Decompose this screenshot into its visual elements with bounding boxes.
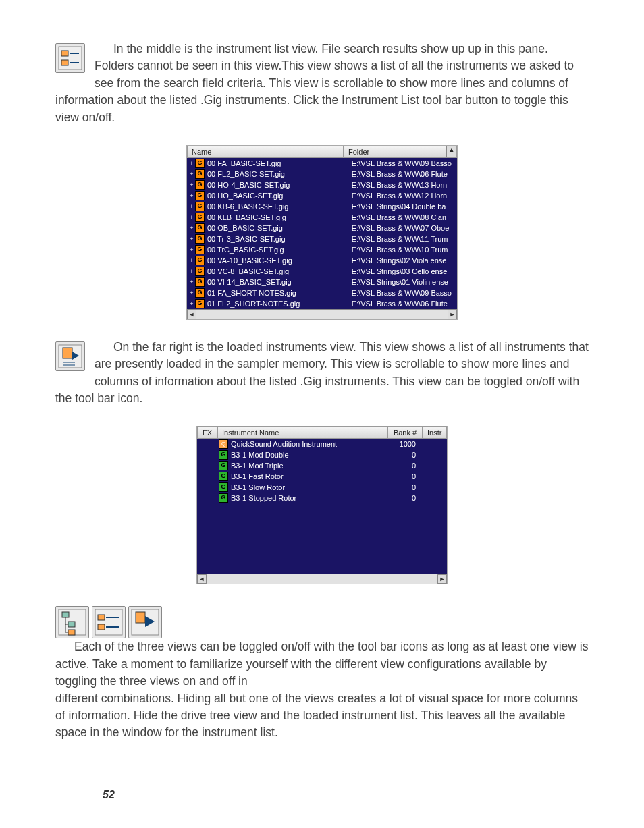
table-row[interactable]: +G01 FL2_SHORT-NOTES.gigE:\VSL Brass & W… (187, 298, 457, 309)
expand-icon[interactable]: + (188, 300, 195, 307)
instrument-icon: G (219, 461, 228, 470)
expand-icon[interactable]: + (188, 268, 195, 275)
file-folder: E:\VSL Brass & WW\06 Flute (352, 300, 456, 308)
column-header-bank[interactable]: Bank # (387, 426, 423, 439)
svg-rect-13 (95, 609, 122, 635)
file-folder: E:\VSL Brass & WW\11 Trum (352, 235, 456, 243)
file-name: 00 FA_BASIC-SET.gig (207, 159, 352, 167)
table-row[interactable]: +G00 TrC_BASIC-SET.gigE:\VSL Brass & WW\… (187, 244, 457, 255)
file-folder: E:\VSL Brass & WW\13 Horn (352, 181, 456, 189)
svg-rect-2 (61, 60, 68, 65)
table-row[interactable]: +G00 KLB_BASIC-SET.gigE:\VSL Brass & WW\… (187, 212, 457, 223)
file-name: 00 FL2_BASIC-SET.gig (207, 170, 352, 178)
svg-rect-0 (59, 47, 82, 70)
list-view-toggle-icon[interactable] (92, 606, 126, 638)
file-folder: E:\VSL Strings\04 Double ba (352, 202, 456, 211)
column-header-instr[interactable]: Instr (423, 426, 447, 439)
file-name: 00 Tr-3_BASIC-SET.gig (207, 235, 352, 243)
table-row[interactable]: +G00 VA-10_BASIC-SET.gigE:\VSL Strings\0… (187, 255, 457, 266)
table-row[interactable]: GB3-1 Mod Triple0 (197, 460, 447, 471)
expand-icon[interactable]: + (188, 246, 195, 253)
table-row[interactable]: +G00 VC-8_BASIC-SET.gigE:\VSL Strings\03… (187, 266, 457, 277)
svg-rect-11 (68, 622, 75, 627)
horizontal-scrollbar[interactable]: ◄ ► (197, 574, 447, 584)
instrument-list-view-icon (55, 43, 85, 73)
table-row[interactable]: GB3-1 Stopped Rotor0 (197, 493, 447, 503)
table-row[interactable]: +G01 FA_SHORT-NOTES.gigE:\VSL Brass & WW… (187, 287, 457, 298)
table-row[interactable]: GB3-1 Fast Rotor0 (197, 471, 447, 482)
table-row[interactable]: +G00 OB_BASIC-SET.gigE:\VSL Brass & WW\0… (187, 223, 457, 233)
loaded-instruments-screenshot: FX Instrument Name Bank # Instr QQuickSo… (196, 426, 448, 584)
file-folder: E:\VSL Brass & WW\09 Basso (352, 159, 456, 167)
svg-rect-10 (62, 612, 69, 617)
instrument-name: B3-1 Mod Double (231, 451, 381, 459)
scroll-right-icon[interactable]: ► (448, 310, 457, 319)
file-folder: E:\VSL Brass & WW\06 Flute (352, 170, 456, 178)
table-row[interactable]: +G00 FL2_BASIC-SET.gigE:\VSL Brass & WW\… (187, 169, 457, 180)
table-row[interactable]: +G00 FA_BASIC-SET.gigE:\VSL Brass & WW\0… (187, 158, 457, 169)
expand-icon[interactable]: + (188, 192, 195, 199)
bank-number: 0 (381, 472, 421, 480)
file-name: 00 HO_BASIC-SET.gig (207, 192, 352, 200)
expand-icon[interactable]: + (188, 257, 195, 264)
file-name: 00 KLB_BASIC-SET.gig (207, 213, 352, 221)
svg-rect-19 (136, 612, 145, 623)
page-number: 52 (103, 789, 115, 801)
table-row[interactable]: +G00 KB-6_BASIC-SET.gigE:\VSL Strings\04… (187, 201, 457, 212)
bank-number: 0 (381, 462, 421, 470)
paragraph-2: On the far right is the loaded instrumen… (55, 339, 589, 408)
file-folder: E:\VSL Brass & WW\10 Trum (352, 246, 456, 254)
view-toggle-toolbar (55, 606, 162, 638)
bank-number: 1000 (381, 440, 421, 448)
file-name: 00 VC-8_BASIC-SET.gig (207, 267, 352, 275)
gig-file-icon: G (195, 288, 205, 298)
svg-rect-15 (98, 624, 105, 630)
tree-view-toggle-icon[interactable] (55, 606, 89, 638)
expand-icon[interactable]: + (188, 236, 195, 242)
instrument-name: B3-1 Mod Triple (231, 462, 381, 470)
file-name: 00 VI-14_BASIC_SET.gig (207, 278, 352, 286)
table-row[interactable]: +G00 HO-4_BASIC-SET.gigE:\VSL Brass & WW… (187, 180, 457, 190)
table-row[interactable]: +G00 VI-14_BASIC_SET.gigE:\VSL Strings\0… (187, 277, 457, 287)
expand-icon[interactable]: + (188, 225, 195, 231)
file-name: 00 OB_BASIC-SET.gig (207, 224, 352, 232)
table-row[interactable]: QQuickSound Audition Instrument1000 (197, 439, 447, 449)
file-folder: E:\VSL Brass & WW\09 Basso (352, 289, 456, 297)
file-name: 01 FL2_SHORT-NOTES.gig (207, 300, 352, 308)
loaded-view-toggle-icon[interactable] (128, 606, 162, 638)
column-header-fx[interactable]: FX (197, 426, 217, 439)
expand-icon[interactable]: + (188, 214, 195, 221)
gig-file-icon: G (195, 267, 205, 276)
scroll-left-icon[interactable]: ◄ (187, 310, 196, 319)
column-header-name[interactable]: Name (187, 146, 344, 158)
svg-rect-12 (68, 630, 75, 635)
table-row[interactable]: +G00 HO_BASIC-SET.gigE:\VSL Brass & WW\1… (187, 190, 457, 201)
expand-icon[interactable]: + (188, 182, 195, 188)
svg-rect-1 (61, 51, 68, 56)
instrument-icon: G (219, 472, 228, 481)
scroll-right-icon[interactable]: ► (437, 574, 447, 584)
instrument-icon: Q (219, 439, 228, 449)
gig-file-icon: G (195, 223, 205, 233)
table-row[interactable]: +G00 Tr-3_BASIC-SET.gigE:\VSL Brass & WW… (187, 233, 457, 244)
gig-file-icon: G (195, 245, 205, 254)
expand-icon[interactable]: + (188, 279, 195, 285)
instrument-name: B3-1 Stopped Rotor (231, 494, 381, 502)
scroll-left-icon[interactable]: ◄ (197, 574, 207, 584)
gig-file-icon: G (195, 277, 205, 287)
table-row[interactable]: GB3-1 Mod Double0 (197, 449, 447, 460)
column-header-instrument-name[interactable]: Instrument Name (217, 426, 387, 439)
expand-icon[interactable]: + (188, 171, 195, 177)
expand-icon[interactable]: + (188, 160, 195, 167)
file-folder: E:\VSL Strings\03 Cello ense (352, 267, 456, 275)
instrument-icon: G (219, 493, 228, 503)
column-header-folder[interactable]: Folder ▲ (344, 146, 457, 158)
horizontal-scrollbar[interactable]: ◄ ► (187, 309, 457, 319)
instrument-icon: G (219, 450, 228, 460)
scroll-up-icon[interactable]: ▲ (446, 146, 456, 157)
table-row[interactable]: GB3-1 Slow Rotor0 (197, 482, 447, 493)
file-folder: E:\VSL Strings\01 Violin ense (352, 278, 456, 286)
expand-icon[interactable]: + (188, 203, 195, 210)
instrument-name: B3-1 Slow Rotor (231, 483, 381, 491)
expand-icon[interactable]: + (188, 289, 195, 296)
